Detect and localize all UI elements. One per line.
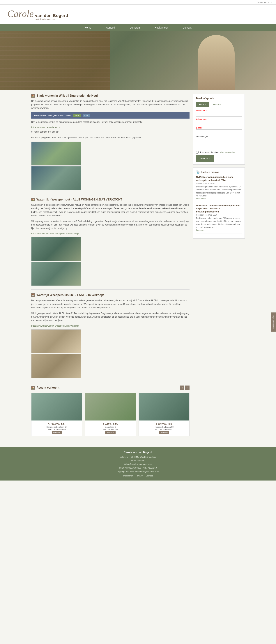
- card3-address: Tesselschadelaan 93: [141, 426, 188, 428]
- section3-link1[interactable]: https://www.nieuwbouw-weespersluis.nl/wa…: [31, 324, 190, 327]
- section1-link1[interactable]: https://www.wonenindeneul.nl: [31, 126, 190, 129]
- appointment-card: Maak afspraak Bel ons Mail ons Voornaam …: [193, 94, 245, 164]
- divider1: [31, 194, 190, 194]
- card1-status: Verkocht: [52, 431, 62, 434]
- section-stads-wonen: 🏠 Stads wonen in Wijk bij Duurstede - de…: [31, 94, 190, 190]
- recent-title-text: Recent verkocht: [36, 386, 59, 390]
- section1-heading: Stads wonen in Wijk bij Duurstede - de H…: [36, 94, 98, 98]
- section2-icon: 🏠: [31, 198, 35, 202]
- card3-city: 3621 BC Amersfoort: [141, 428, 188, 430]
- mail-button[interactable]: Mail ons: [210, 102, 224, 107]
- news-item-1: NVM: Meer woningaanbod en vlotte verkoop…: [196, 176, 242, 202]
- news-title-text: Laatste nieuws: [201, 171, 219, 174]
- footer-privacy-link[interactable]: Privacy: [136, 474, 143, 477]
- section1-icon: 🏠: [31, 94, 35, 98]
- top-bar: Inloggen move.nl: [0, 0, 276, 4]
- card3-price: € 295.000,- k.k.: [141, 422, 188, 425]
- footer-address: Galerijen 4 · 3942 MC Wijk Bij Duurstede: [4, 455, 272, 459]
- news-item-2: NVM: Markt voor recreatiewoningen kleurt…: [196, 204, 242, 234]
- privacy-text: Ik ga akkoord met de: [200, 151, 219, 153]
- footer-info: Galerijen 4 · 3942 MC Wijk Bij Duurstede…: [4, 455, 272, 474]
- section3-img2: [31, 354, 81, 378]
- opmerkingen-label: Opmerkingen: [196, 135, 242, 138]
- section2-title-row: 🏠 Waterrijk - Weesperhout - ALLE WONINGE…: [31, 198, 190, 202]
- news-item1-link[interactable]: Lees meer: [196, 198, 206, 200]
- recent-next-button[interactable]: ›: [185, 386, 190, 390]
- footer-phone: ☎ 06-22333667: [4, 459, 272, 462]
- footer: Carole van den Bogerd Galerijen 4 · 3942…: [0, 447, 276, 480]
- card1-address: Rammelenberglaan 17: [33, 426, 80, 428]
- achternaam-label: Achternaam *: [196, 118, 242, 120]
- achternaam-input[interactable]: [196, 121, 242, 125]
- appointment-title: Maak afspraak: [196, 97, 242, 100]
- footer-contact-link[interactable]: Contact: [146, 474, 153, 477]
- card1-price: € 729.000,- k.k.: [33, 422, 80, 425]
- privacy-checkbox-row: Ik ga akkoord met de privacyverklaring: [196, 151, 242, 154]
- cookie-bar: Deze website maakt gebruik van cookies. …: [31, 112, 190, 118]
- card3-info: € 295.000,- k.k. Tesselschadelaan 93 362…: [139, 420, 189, 436]
- news-item1-title: NVM: Meer woningaanbod en vlotte verkoop…: [196, 176, 242, 182]
- card1-info: € 729.000,- k.k. Rammelenberglaan 17 381…: [31, 420, 82, 436]
- footer-email: ✉ info@carolevandenbogerd.nl: [4, 462, 272, 466]
- section2-img2: [31, 262, 81, 286]
- privacy-checkbox[interactable]: [196, 151, 199, 154]
- card2-price: € 2.195,- p.m.: [87, 422, 134, 425]
- nav-het-kantoor[interactable]: Het kantoor: [147, 24, 175, 31]
- footer-company: Carole van den Bogerd: [4, 451, 272, 454]
- submit-button[interactable]: Verstuur: [196, 156, 214, 162]
- card2-address: Gamelaan 8: [87, 426, 134, 428]
- voornaam-label: Voornaam *: [196, 109, 242, 112]
- card2-image: [85, 393, 136, 420]
- section-waterrijk-fase2: 🏠 Waterrijk Weespersluis 5b1 - FASE 2 in…: [31, 293, 190, 378]
- cookie-info-button[interactable]: Info: [83, 114, 90, 117]
- login-link[interactable]: Inloggen move.nl: [257, 1, 272, 3]
- logo-name: van den Bogerd: [35, 13, 68, 18]
- section3-icon: 🏠: [31, 293, 35, 297]
- section2-images: [31, 237, 190, 286]
- section-waterrijk: 🏠 Waterrijk - Weesperhout - ALLE WONINGE…: [31, 198, 190, 286]
- footer-btw: BTW: NL001574358B28 | KvK: 71673250: [4, 466, 272, 470]
- nav-contact[interactable]: Contact: [175, 24, 199, 31]
- news-item2-title: NVM: Markt voor recreatiewoningen kleurt…: [196, 204, 242, 214]
- news-item1-date: Geplaatst op: 9-1-2025: [196, 182, 242, 184]
- card2-info: € 2.195,- p.m. Gamelaan 8 3991 ZK Houten…: [85, 420, 136, 436]
- card1-image: [31, 393, 82, 420]
- recent-prev-button[interactable]: ‹: [180, 386, 184, 390]
- email-label: E-mail *: [196, 127, 242, 129]
- recent-title: 🏠 Recent verkocht: [31, 386, 59, 390]
- footer-disclaimer-link[interactable]: Disclaimer: [123, 474, 133, 477]
- recent-icon: 🏠: [31, 386, 35, 390]
- section1-images: [31, 142, 190, 190]
- section1-text1: De nieuwbouw van het winkelcentrum voorz…: [31, 100, 190, 110]
- main-container: 🏠 Stads wonen in Wijk bij Duurstede - de…: [27, 90, 248, 442]
- nav-home[interactable]: Home: [77, 24, 99, 31]
- section2-link1[interactable]: https://www.nieuwbouw-weespersluis.nl/wa…: [31, 232, 190, 235]
- section3-title-row: 🏠 Waterrijk Weespersluis 5b1 - FASE 2 in…: [31, 293, 190, 297]
- section3-img1: [31, 329, 81, 353]
- call-button[interactable]: Bel ons: [196, 102, 209, 107]
- nav-aanbod[interactable]: Aanbod: [99, 24, 122, 31]
- section1-text4: De inschrijving heeft inmiddels plaatsge…: [31, 136, 190, 139]
- email-input[interactable]: [196, 130, 242, 134]
- footer-copyright: Copyright © Carole van den Bogerd 2016-2…: [4, 470, 272, 474]
- section3-heading: Waterrijk Weespersluis 5b1 - FASE 2 in v…: [36, 294, 104, 297]
- news-item2-link[interactable]: Lees meer: [196, 229, 206, 231]
- card2-city: 3991 ZK Houten: [87, 428, 134, 430]
- recent-header: 🏠 Recent verkocht ‹ ›: [31, 386, 190, 390]
- section2-text2: Wil je graag wonen in Waterrijk- Weesper…: [31, 220, 190, 230]
- hero-overlay: [0, 31, 276, 90]
- favorites-tab[interactable]: Mijn favorieten: [271, 312, 276, 332]
- property-card-3: € 295.000,- k.k. Tesselschadelaan 93 362…: [139, 393, 190, 436]
- card3-image: [139, 393, 189, 420]
- nav-diensten[interactable]: Diensten: [122, 24, 147, 31]
- opmerkingen-textarea[interactable]: [196, 138, 242, 149]
- cookie-ok-button[interactable]: Oke: [73, 114, 81, 117]
- voornaam-input[interactable]: [196, 112, 242, 116]
- content-left: 🏠 Stads wonen in Wijk bij Duurstede - de…: [31, 94, 190, 438]
- section1-text2: Ben je geïnteresseerd in de appartemente…: [31, 120, 190, 124]
- card1-city: 3812 CA Amersfoort: [33, 428, 80, 430]
- news-card: 📡 Laatste nieuws NVM: Meer woningaanbod …: [193, 167, 245, 238]
- logo-script: Carole: [7, 8, 34, 19]
- section1-img1: [31, 142, 81, 166]
- privacy-link[interactable]: privacyverklaring: [220, 151, 235, 153]
